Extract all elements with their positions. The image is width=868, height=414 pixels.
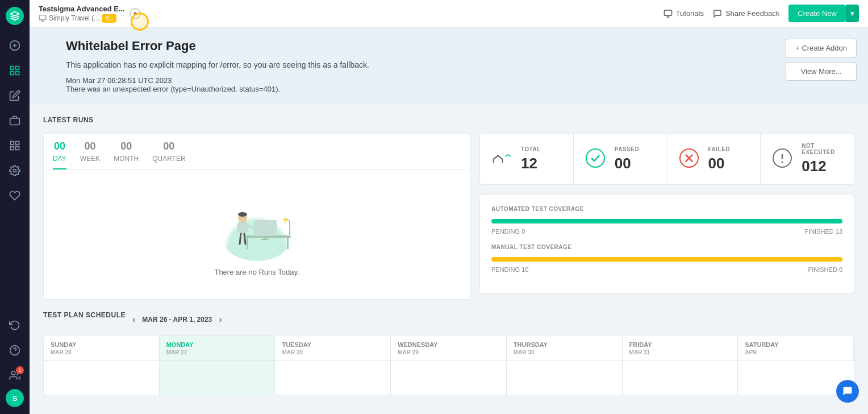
alert-circle-icon (772, 148, 792, 168)
check-circle-icon (585, 148, 606, 168)
svg-rect-16 (39, 15, 46, 20)
svg-point-12 (14, 169, 16, 172)
automated-progress-bar (491, 219, 842, 223)
total-bars-icon (493, 152, 511, 166)
svg-marker-36 (283, 218, 287, 224)
stats-right-panel: TOTAL 12 (479, 133, 854, 300)
x-circle-icon (679, 148, 699, 168)
sidebar-item-puzzle[interactable] (3, 184, 26, 207)
error-title: Whitelabel Error Page (66, 39, 854, 53)
create-addon-button[interactable]: + Create Addon (786, 39, 857, 57)
cal-header-tuesday: TUESDAY MAR 28 (275, 336, 391, 361)
chip: Y... (102, 14, 116, 23)
sidebar-item-users[interactable]: 1 (3, 364, 26, 387)
project-selector[interactable]: Testsigma Advanced E... Simply Travel (.… (39, 5, 657, 23)
stat-failed: FAILED 00 (667, 134, 761, 184)
stat-total: TOTAL 12 (480, 134, 574, 184)
error-date: Mon Mar 27 06:28:51 UTC 2023 (66, 76, 854, 85)
cal-header-sunday: SUNDAY MAR 26 (44, 336, 160, 361)
error-detail: There was an unexpected error (type=Unau… (66, 85, 854, 93)
cal-cell-sunday (44, 361, 160, 395)
automated-progress-fill (491, 219, 842, 223)
error-description: This application has no explicit mapping… (66, 60, 854, 69)
sidebar-logo[interactable] (6, 7, 24, 25)
topbar-actions: Tutorials Share Feedback Create New ▾ (663, 5, 859, 22)
failed-icon (679, 148, 699, 171)
content-area: Whitelabel Error Page This application h… (30, 27, 868, 414)
svg-rect-10 (11, 147, 14, 150)
svg-rect-27 (261, 239, 269, 240)
error-banner: Whitelabel Error Page This application h… (30, 27, 868, 105)
tab-day[interactable]: 00 DAY (53, 140, 66, 169)
cal-header-friday: FRIDAY MAR 31 (623, 336, 738, 361)
sidebar-item-settings[interactable] (3, 159, 26, 182)
svg-rect-3 (11, 67, 14, 70)
svg-point-30 (238, 212, 247, 217)
monitor-tutorials-icon (663, 9, 673, 18)
empty-runs-text: There are no Runs Today. (214, 268, 299, 276)
calendar-grid: SUNDAY MAR 26 MONDAY MAR 27 TUESDAY MAR … (43, 335, 854, 395)
sidebar-item-help[interactable] (3, 339, 26, 362)
sidebar-item-add[interactable] (3, 34, 26, 57)
tutorials-link[interactable]: Tutorials (663, 9, 704, 18)
stat-not-executed: NOT EXECUTED 012 (761, 134, 854, 184)
sidebar-item-grid[interactable] (3, 134, 26, 157)
create-new-button[interactable]: Create New (788, 5, 846, 22)
chat-button[interactable] (836, 380, 859, 403)
monitor-icon (39, 14, 47, 22)
not-executed-icon (772, 148, 792, 171)
manual-progress-fill (491, 257, 842, 262)
manual-coverage-label: MANUAL TEST COVERAGE (491, 244, 842, 250)
latest-runs-title: LATEST RUNS (43, 116, 854, 124)
feedback-link[interactable]: Share Feedback (713, 9, 779, 18)
svg-point-15 (11, 371, 15, 375)
sidebar-item-briefcase[interactable] (3, 109, 26, 132)
users-badge: 1 (16, 366, 24, 374)
svg-rect-19 (664, 10, 671, 15)
cal-header-monday: MONDAY MAR 27 (160, 336, 276, 361)
cal-cell-thursday (507, 361, 623, 395)
svg-rect-6 (16, 72, 19, 75)
cal-cell-monday (160, 361, 276, 395)
cal-header-wednesday: WEDNESDAY MAR 29 (391, 336, 507, 361)
sidebar-item-sync[interactable] (3, 314, 26, 337)
project-name: Testsigma Advanced E... (39, 5, 125, 13)
create-new-group: Create New ▾ (788, 5, 859, 22)
tab-week[interactable]: 00 WEEK (80, 140, 100, 169)
stats-row: TOTAL 12 (479, 133, 854, 185)
schedule-header: TEST PLAN SCHEDULE ‹ MAR 26 - APR 1, 202… (43, 311, 854, 328)
svg-rect-11 (16, 147, 19, 150)
cal-cell-wednesday (391, 361, 507, 395)
schedule-range: MAR 26 - APR 1, 2023 (142, 316, 212, 324)
sidebar-item-dashboard[interactable] (3, 59, 26, 82)
schedule-next[interactable]: › (219, 314, 222, 325)
dashboard: LATEST RUNS 00 DAY 00 WEEK 0 (30, 105, 868, 407)
svg-point-45 (782, 161, 783, 163)
schedule-prev[interactable]: ‹ (132, 314, 135, 325)
svg-rect-24 (287, 238, 289, 249)
stat-passed: PASSED 00 (574, 134, 667, 184)
main-content: Testsigma Advanced E... Simply Travel (.… (30, 0, 868, 414)
total-icon (491, 149, 512, 169)
tab-month[interactable]: 00 MONTH (114, 140, 139, 169)
svg-rect-8 (11, 142, 14, 145)
create-new-dropdown[interactable]: ▾ (846, 5, 859, 22)
chat-bubble-icon (842, 386, 853, 397)
svg-rect-4 (16, 67, 19, 70)
passed-icon (585, 148, 606, 171)
user-avatar[interactable]: S (6, 389, 24, 407)
project-sub: Simply Travel (... Y... (39, 14, 125, 23)
cal-header-thursday: THURSDAY MAR 30 (507, 336, 623, 361)
schedule-section: TEST PLAN SCHEDULE ‹ MAR 26 - APR 1, 202… (43, 311, 854, 395)
dropdown-arrow[interactable]: ▾ (130, 8, 141, 19)
error-actions: + Create Addon View More... (786, 39, 857, 81)
tab-quarter[interactable]: 00 QUARTER (152, 140, 185, 169)
cal-cell-tuesday (275, 361, 391, 395)
svg-rect-7 (10, 118, 20, 125)
runs-section: 00 DAY 00 WEEK 00 MONTH 00 (43, 133, 854, 300)
view-more-button[interactable]: View More... (786, 62, 857, 81)
svg-rect-5 (11, 72, 14, 75)
svg-rect-25 (254, 220, 277, 236)
sidebar-item-edit[interactable] (3, 84, 26, 107)
coverage-card: AUTOMATED TEST COVERAGE PENDING 0 FINISH… (479, 194, 854, 294)
